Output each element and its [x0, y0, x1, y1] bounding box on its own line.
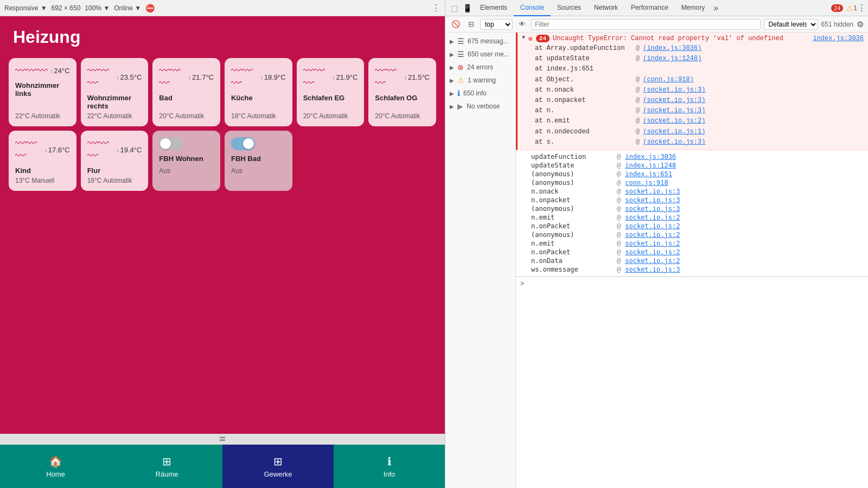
stack-line-6: at n. @(socket.io.js:3) — [535, 106, 864, 116]
stack-loc-0[interactable]: (index.js:3036) — [643, 43, 701, 54]
room-temp-current: ↓ 21.5°C — [404, 73, 430, 81]
stack-loc-9[interactable]: (socket.io.js:3) — [643, 137, 705, 147]
nav-icon-2: ⊞ — [273, 455, 283, 468]
nav-item-info[interactable]: ℹ Info — [334, 445, 445, 488]
tab-elements[interactable]: Elements — [474, 0, 514, 16]
tab-network[interactable]: Network — [588, 0, 624, 16]
error-source-link[interactable]: index.js:3036 — [813, 35, 864, 42]
stack-loc-3[interactable]: (conn.js:918) — [643, 75, 694, 85]
tab-more-button[interactable]: » — [713, 3, 718, 13]
stack-loc-1[interactable]: (index.js:1248) — [643, 54, 701, 64]
app-content: Heizung 〰〰〰 ↓ 24°C Wohnzimmer links 22°C… — [0, 16, 445, 434]
room-card-1[interactable]: 〰〰〰 ↓ 23.5°C Wohnzimmer rechts 22°C Auto… — [81, 58, 149, 126]
topbar-more-button[interactable]: ⋮ — [432, 3, 441, 13]
network-throttle[interactable]: Online ▼ — [114, 4, 141, 12]
stack-loc-6[interactable]: (socket.io.js:3) — [643, 106, 705, 116]
tab-sources[interactable]: Sources — [551, 0, 588, 16]
sidebar-filter-2[interactable]: ▶ ⊗ 24 errors — [445, 61, 515, 74]
nav-icon-0: 🏠 — [49, 455, 62, 468]
nav-item-home[interactable]: 🏠 Home — [0, 445, 111, 488]
nav-item-räume[interactable]: ⊞ Räume — [111, 445, 222, 488]
sidebar-label-5: No verbose — [467, 102, 500, 110]
toggle-name: FBH Bad — [231, 155, 286, 163]
room-card-2[interactable]: 〰〰〰 ↓ 21.7°C Bad 20°C Automatik — [152, 58, 220, 126]
extra-line-10: n.emit @ socket.io.js:2 — [531, 239, 864, 248]
stack-loc-7[interactable]: (socket.io.js:2) — [643, 116, 705, 126]
room-card-4[interactable]: 〰〰〰 ↓ 21.9°C Schlafen EG 20°C Automatik — [297, 58, 365, 126]
sidebar-arrow-3: ▶ — [450, 78, 454, 84]
extra-loc-3[interactable]: conn.js:918 — [625, 179, 668, 187]
tab-performance[interactable]: Performance — [624, 0, 675, 16]
extra-loc-6[interactable]: socket.io.js:3 — [625, 205, 680, 213]
stack-line-9: at s. @(socket.io.js:3) — [535, 137, 864, 147]
toggle-card-1[interactable]: FBH Bad Aus — [225, 131, 292, 191]
console-clear-button[interactable]: 🚫 — [450, 18, 462, 30]
sidebar-filter-0[interactable]: ▶ ☰ 675 messag... — [445, 35, 515, 48]
stack-line-3: at Object. @(conn.js:918) — [535, 75, 864, 85]
stack-loc-8[interactable]: (socket.io.js:1) — [643, 127, 705, 137]
extra-loc-10[interactable]: socket.io.js:2 — [625, 240, 680, 247]
stack-loc-5[interactable]: (socket.io.js:3) — [643, 95, 705, 106]
bottom-nav: 🏠 Home ⊞ Räume ⊞ Gewerke ℹ Info — [0, 445, 445, 488]
extra-loc-7[interactable]: socket.io.js:2 — [625, 214, 680, 221]
extra-loc-2[interactable]: index.js:651 — [625, 170, 672, 178]
sidebar-filter-5[interactable]: ▶ ▶ No verbose — [445, 100, 515, 113]
room-card-6[interactable]: 〰〰〰 ↓ 17.6°C Kind 13°C Manuell — [9, 131, 76, 191]
toggle-switch-0[interactable] — [159, 137, 183, 150]
tab-memory[interactable]: Memory — [675, 0, 711, 16]
room-name: Schlafen OG — [375, 94, 430, 110]
extra-line-12: n.onData @ socket.io.js:2 — [531, 256, 864, 265]
devtools-kebab-menu[interactable]: ⋮ — [857, 3, 866, 13]
console-context-select[interactable]: top — [480, 19, 513, 30]
extra-loc-0[interactable]: index.js:3036 — [625, 153, 676, 160]
extra-line-11: n.onPacket @ socket.io.js:2 — [531, 248, 864, 256]
room-card-0[interactable]: 〰〰〰 ↓ 24°C Wohnzimmer links 22°C Automat… — [9, 58, 76, 126]
room-card-5[interactable]: 〰〰〰 ↓ 21.5°C Schlafen OG 20°C Automatik — [368, 58, 436, 126]
room-name: Flur — [87, 166, 142, 175]
responsive-label[interactable]: Responsive ▼ — [4, 4, 47, 12]
toggle-card-0[interactable]: FBH Wohnen Aus — [152, 131, 220, 191]
toggle-status: Aus — [159, 167, 214, 175]
console-settings-icon[interactable]: ⚙ — [857, 20, 864, 29]
room-card-3[interactable]: 〰〰〰 ↓ 18.9°C Küche 18°C Automatik — [225, 58, 292, 126]
flame-icon: 〰〰〰 — [303, 65, 333, 89]
rooms-grid: 〰〰〰 ↓ 24°C Wohnzimmer links 22°C Automat… — [0, 53, 445, 196]
error-expand-icon[interactable]: ▼ — [522, 35, 525, 41]
stack-line-2: at index.js:651 — [535, 64, 864, 74]
stack-line-4: at n.onack @(socket.io.js:3) — [535, 85, 864, 95]
console-error-entry: ▼ ⊗ 24 Uncaught TypeError: Cannot read p… — [516, 33, 868, 150]
room-name: Wohnzimmer rechts — [87, 94, 142, 110]
app-title: Heizung — [13, 27, 432, 47]
extra-loc-4[interactable]: socket.io.js:3 — [625, 188, 680, 195]
devtools-device-icon[interactable]: 📱 — [461, 2, 474, 15]
extra-loc-11[interactable]: socket.io.js:2 — [625, 248, 680, 256]
room-card-7[interactable]: 〰〰〰 ↓ 19.4°C Flur 18°C Automatik — [81, 131, 149, 191]
sidebar-filter-3[interactable]: ▶ ⚠ 1 warning — [445, 74, 515, 87]
console-eye-icon[interactable]: 👁 — [516, 18, 528, 30]
extra-loc-8[interactable]: socket.io.js:2 — [625, 222, 680, 230]
extra-loc-1[interactable]: index.js:1248 — [625, 162, 676, 169]
stack-loc-4[interactable]: (socket.io.js:3) — [643, 85, 705, 95]
sidebar-filter-1[interactable]: ▶ ☰ 650 user me... — [445, 48, 515, 61]
nav-item-gewerke[interactable]: ⊞ Gewerke — [222, 445, 334, 488]
sidebar-filter-4[interactable]: ▶ ℹ 650 info — [445, 87, 515, 100]
viewport-dimensions: 692 × 650 — [52, 4, 81, 12]
room-temp-current: ↓ 19.4°C — [116, 146, 142, 154]
devtools-inspect-icon[interactable]: ⬚ — [448, 2, 461, 15]
tab-console[interactable]: Console — [514, 0, 551, 16]
console-body: ▶ ☰ 675 messag... ▶ ☰ 650 user me... ▶ ⊗… — [445, 33, 868, 488]
sidebar-icon-1: ☰ — [457, 50, 464, 59]
console-filter-input[interactable] — [531, 19, 761, 30]
hidden-count: 651 hidden — [821, 21, 853, 28]
zoom-control[interactable]: 100% ▼ — [85, 4, 110, 12]
sidebar-icon-4: ℹ — [457, 89, 460, 98]
extra-loc-9[interactable]: socket.io.js:2 — [625, 231, 680, 239]
extra-line-6: (anonymous) @ socket.io.js:3 — [531, 204, 864, 213]
nav-icon-3: ℹ — [387, 455, 392, 468]
console-filter-toggle[interactable]: ⊟ — [465, 18, 477, 30]
extra-loc-12[interactable]: socket.io.js:2 — [625, 257, 680, 265]
extra-loc-5[interactable]: socket.io.js:3 — [625, 196, 680, 204]
console-levels-select[interactable]: Default levels — [764, 19, 818, 30]
toggle-switch-1[interactable] — [231, 137, 255, 150]
extra-loc-13[interactable]: socket.io.js:3 — [625, 266, 680, 273]
